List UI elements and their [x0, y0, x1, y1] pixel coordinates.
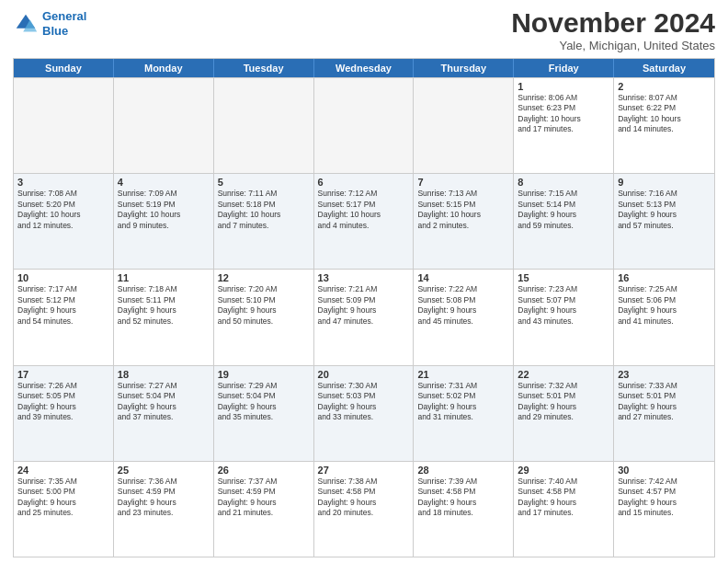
calendar: Sunday Monday Tuesday Wednesday Thursday… [13, 58, 715, 557]
day-number-4-1: 25 [118, 465, 210, 476]
calendar-row-4: 24Sunrise: 7:35 AM Sunset: 5:00 PM Dayli… [14, 461, 714, 557]
day-info-4-3: Sunrise: 7:38 AM Sunset: 4:58 PM Dayligh… [318, 477, 410, 519]
cal-cell-2-1: 11Sunrise: 7:18 AM Sunset: 5:11 PM Dayli… [114, 270, 214, 364]
day-info-1-3: Sunrise: 7:12 AM Sunset: 5:17 PM Dayligh… [318, 189, 410, 231]
cal-cell-4-5: 29Sunrise: 7:40 AM Sunset: 4:58 PM Dayli… [514, 462, 614, 557]
day-info-4-2: Sunrise: 7:37 AM Sunset: 4:59 PM Dayligh… [218, 477, 310, 519]
cal-cell-0-6: 2Sunrise: 8:07 AM Sunset: 6:22 PM Daylig… [614, 78, 714, 173]
header-tuesday: Tuesday [214, 59, 314, 77]
day-info-1-1: Sunrise: 7:09 AM Sunset: 5:19 PM Dayligh… [118, 189, 210, 231]
day-number-1-6: 9 [618, 177, 711, 188]
day-info-2-3: Sunrise: 7:21 AM Sunset: 5:09 PM Dayligh… [318, 284, 410, 327]
day-info-4-6: Sunrise: 7:42 AM Sunset: 4:57 PM Dayligh… [618, 477, 711, 519]
day-number-1-0: 3 [17, 177, 109, 188]
day-number-3-2: 19 [218, 369, 310, 380]
day-info-2-6: Sunrise: 7:25 AM Sunset: 5:06 PM Dayligh… [618, 284, 711, 327]
page: General Blue November 2024 Yale, Michiga… [0, 0, 728, 563]
logo-icon [13, 11, 39, 37]
cal-cell-1-5: 8Sunrise: 7:15 AM Sunset: 5:14 PM Daylig… [514, 174, 614, 269]
day-info-0-6: Sunrise: 8:07 AM Sunset: 6:22 PM Dayligh… [618, 93, 711, 135]
cal-cell-3-0: 17Sunrise: 7:26 AM Sunset: 5:05 PM Dayli… [14, 366, 114, 461]
day-info-4-5: Sunrise: 7:40 AM Sunset: 4:58 PM Dayligh… [518, 477, 609, 519]
header-sunday: Sunday [14, 59, 114, 77]
day-info-1-4: Sunrise: 7:13 AM Sunset: 5:15 PM Dayligh… [417, 189, 509, 231]
cal-cell-2-0: 10Sunrise: 7:17 AM Sunset: 5:12 PM Dayli… [14, 270, 114, 364]
cal-cell-2-4: 14Sunrise: 7:22 AM Sunset: 5:08 PM Dayli… [414, 270, 514, 364]
day-number-2-5: 15 [518, 272, 609, 283]
month-title: November 2024 [511, 9, 715, 37]
day-info-1-0: Sunrise: 7:08 AM Sunset: 5:20 PM Dayligh… [17, 189, 109, 231]
cal-cell-2-2: 12Sunrise: 7:20 AM Sunset: 5:10 PM Dayli… [214, 270, 314, 364]
cal-cell-2-3: 13Sunrise: 7:21 AM Sunset: 5:09 PM Dayli… [314, 270, 415, 364]
day-number-2-2: 12 [218, 272, 310, 283]
calendar-row-1: 3Sunrise: 7:08 AM Sunset: 5:20 PM Daylig… [14, 173, 714, 269]
day-number-1-1: 4 [118, 177, 210, 188]
cal-cell-3-2: 19Sunrise: 7:29 AM Sunset: 5:04 PM Dayli… [214, 366, 314, 461]
day-number-4-4: 28 [417, 465, 509, 476]
cal-cell-3-5: 22Sunrise: 7:32 AM Sunset: 5:01 PM Dayli… [514, 366, 614, 461]
calendar-row-0: 1Sunrise: 8:06 AM Sunset: 6:23 PM Daylig… [14, 77, 714, 173]
day-number-2-3: 13 [318, 272, 410, 283]
cal-cell-4-4: 28Sunrise: 7:39 AM Sunset: 4:58 PM Dayli… [414, 462, 514, 557]
cal-cell-3-6: 23Sunrise: 7:33 AM Sunset: 5:01 PM Dayli… [614, 366, 714, 461]
cal-cell-0-2 [214, 78, 314, 173]
logo-blue-text: Blue [42, 24, 68, 38]
day-number-4-6: 30 [618, 465, 711, 476]
day-info-3-3: Sunrise: 7:30 AM Sunset: 5:03 PM Dayligh… [318, 381, 410, 423]
cal-cell-4-6: 30Sunrise: 7:42 AM Sunset: 4:57 PM Dayli… [614, 462, 714, 557]
day-number-0-5: 1 [518, 81, 609, 92]
day-info-3-6: Sunrise: 7:33 AM Sunset: 5:01 PM Dayligh… [618, 381, 711, 423]
day-number-1-3: 6 [318, 177, 410, 188]
cal-cell-2-6: 16Sunrise: 7:25 AM Sunset: 5:06 PM Dayli… [614, 270, 714, 364]
header-saturday: Saturday [614, 59, 714, 77]
day-info-4-1: Sunrise: 7:36 AM Sunset: 4:59 PM Dayligh… [118, 477, 210, 519]
day-info-3-5: Sunrise: 7:32 AM Sunset: 5:01 PM Dayligh… [518, 381, 609, 423]
day-info-2-2: Sunrise: 7:20 AM Sunset: 5:10 PM Dayligh… [218, 284, 310, 327]
day-info-0-5: Sunrise: 8:06 AM Sunset: 6:23 PM Dayligh… [518, 93, 609, 135]
day-number-3-3: 20 [318, 369, 410, 380]
day-number-3-5: 22 [518, 369, 609, 380]
cal-cell-0-5: 1Sunrise: 8:06 AM Sunset: 6:23 PM Daylig… [514, 78, 614, 173]
day-number-3-0: 17 [17, 369, 109, 380]
cal-cell-1-0: 3Sunrise: 7:08 AM Sunset: 5:20 PM Daylig… [14, 174, 114, 269]
header-right: November 2024 Yale, Michigan, United Sta… [511, 9, 715, 52]
day-info-3-0: Sunrise: 7:26 AM Sunset: 5:05 PM Dayligh… [17, 381, 109, 423]
day-info-2-4: Sunrise: 7:22 AM Sunset: 5:08 PM Dayligh… [417, 284, 509, 327]
day-number-4-2: 26 [218, 465, 310, 476]
calendar-row-2: 10Sunrise: 7:17 AM Sunset: 5:12 PM Dayli… [14, 269, 714, 364]
day-number-1-4: 7 [417, 177, 509, 188]
logo-general: General [42, 9, 86, 23]
day-number-2-6: 16 [618, 272, 711, 283]
cal-cell-4-3: 27Sunrise: 7:38 AM Sunset: 4:58 PM Dayli… [314, 462, 415, 557]
day-info-3-1: Sunrise: 7:27 AM Sunset: 5:04 PM Dayligh… [118, 381, 210, 423]
cal-cell-1-6: 9Sunrise: 7:16 AM Sunset: 5:13 PM Daylig… [614, 174, 714, 269]
calendar-row-3: 17Sunrise: 7:26 AM Sunset: 5:05 PM Dayli… [14, 365, 714, 461]
cal-cell-1-4: 7Sunrise: 7:13 AM Sunset: 5:15 PM Daylig… [414, 174, 514, 269]
cal-cell-1-2: 5Sunrise: 7:11 AM Sunset: 5:18 PM Daylig… [214, 174, 314, 269]
cal-cell-4-1: 25Sunrise: 7:36 AM Sunset: 4:59 PM Dayli… [114, 462, 214, 557]
cal-cell-1-1: 4Sunrise: 7:09 AM Sunset: 5:19 PM Daylig… [114, 174, 214, 269]
calendar-body: 1Sunrise: 8:06 AM Sunset: 6:23 PM Daylig… [14, 77, 714, 557]
cal-cell-0-0 [14, 78, 114, 173]
top-section: General Blue November 2024 Yale, Michiga… [13, 9, 715, 52]
cal-cell-1-3: 6Sunrise: 7:12 AM Sunset: 5:17 PM Daylig… [314, 174, 415, 269]
cal-cell-0-3 [314, 78, 415, 173]
day-info-2-1: Sunrise: 7:18 AM Sunset: 5:11 PM Dayligh… [118, 284, 210, 327]
day-info-2-5: Sunrise: 7:23 AM Sunset: 5:07 PM Dayligh… [518, 284, 609, 327]
calendar-header: Sunday Monday Tuesday Wednesday Thursday… [14, 59, 714, 77]
cal-cell-3-1: 18Sunrise: 7:27 AM Sunset: 5:04 PM Dayli… [114, 366, 214, 461]
day-number-3-6: 23 [618, 369, 711, 380]
header-friday: Friday [514, 59, 614, 77]
header-monday: Monday [114, 59, 214, 77]
day-info-1-6: Sunrise: 7:16 AM Sunset: 5:13 PM Dayligh… [618, 189, 711, 231]
day-info-3-4: Sunrise: 7:31 AM Sunset: 5:02 PM Dayligh… [417, 381, 509, 423]
day-number-2-4: 14 [417, 272, 509, 283]
logo-text: General Blue [42, 9, 86, 38]
day-number-2-1: 11 [118, 272, 210, 283]
day-number-4-5: 29 [518, 465, 609, 476]
cal-cell-3-4: 21Sunrise: 7:31 AM Sunset: 5:02 PM Dayli… [414, 366, 514, 461]
header-thursday: Thursday [414, 59, 514, 77]
day-number-0-6: 2 [618, 81, 711, 92]
day-number-4-3: 27 [318, 465, 410, 476]
day-number-3-4: 21 [417, 369, 509, 380]
